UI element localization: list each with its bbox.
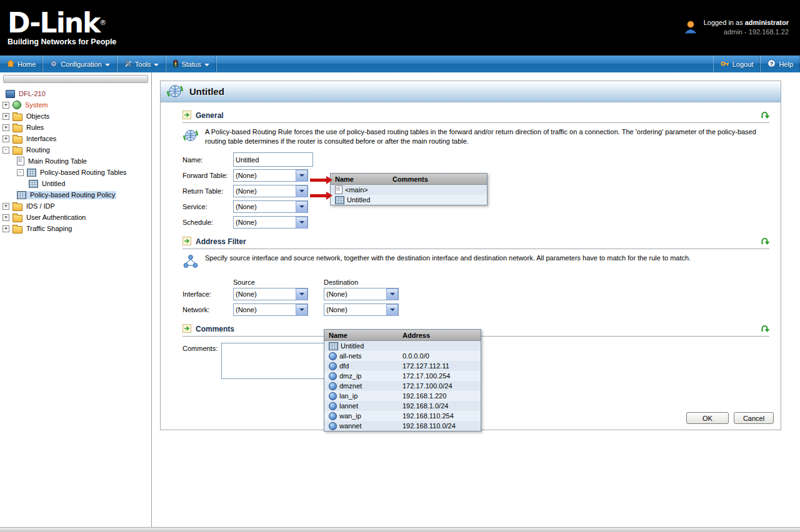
nav-right-group: Logout ? Help — [713, 56, 800, 72]
routing-table-icon — [17, 157, 24, 165]
sidebar-item-label: IDS / IDP — [25, 202, 56, 210]
sidebar-resize-handle[interactable] — [3, 75, 148, 83]
forward-table-select[interactable]: (None) — [233, 169, 308, 182]
row-name: dfd — [339, 362, 349, 370]
expand-plus-icon[interactable]: + — [2, 135, 9, 142]
network-object-icon — [329, 412, 337, 420]
expand-plus-icon[interactable]: + — [2, 102, 9, 109]
chevron-down-icon — [105, 64, 110, 66]
source-interface-dropdown[interactable]: (None) — [233, 288, 308, 300]
network-row-lan-ip[interactable]: lan_ip 192.168.1.220 — [324, 391, 481, 401]
interface-row: Interface: (None) (None) — [182, 288, 769, 300]
content-area: DFL-210 + System + Objects + Rules + Int… — [0, 72, 800, 532]
table-row-main[interactable]: <main> — [331, 185, 487, 195]
sidebar-item-main-routing-table[interactable]: Main Routing Table — [0, 155, 151, 167]
sidebar-item-label: Traffic Shaping — [25, 225, 73, 232]
dest-network-dropdown[interactable]: (None) — [324, 303, 399, 316]
network-row-lannet[interactable]: lannet 192.168.1.0/24 — [324, 401, 481, 411]
routing-table-dropdown-popup: Name Comments <main> Untitled — [330, 173, 488, 205]
sidebar-item-traffic-shaping[interactable]: + Traffic Shaping — [0, 223, 151, 234]
horizontal-scrollbar[interactable] — [0, 527, 800, 532]
expand-plus-icon[interactable]: + — [2, 113, 9, 120]
sidebar-item-label: Rules — [25, 124, 45, 131]
sidebar-item-routing[interactable]: - Routing — [0, 144, 151, 155]
network-row-untitled[interactable]: Untitled — [324, 341, 481, 351]
main-content: Untitled General — [152, 72, 800, 532]
nav-configuration[interactable]: Configuration — [43, 56, 117, 72]
comments-textarea[interactable] — [221, 343, 328, 379]
row-name: all-nets — [339, 352, 361, 360]
action-buttons: OK Cancel — [686, 412, 774, 424]
cancel-button[interactable]: Cancel — [734, 412, 774, 424]
routing-table-icon — [335, 196, 344, 204]
sidebar-item-rules[interactable]: + Rules — [0, 122, 151, 133]
login-detail: admin - 192.168.1.22 — [704, 27, 789, 37]
name-input[interactable] — [233, 152, 313, 167]
login-lines: Logged in as administrator admin - 192.1… — [704, 18, 789, 37]
sidebar-item-policy-routing-policy[interactable]: Policy-based Routing Policy — [0, 189, 151, 200]
network-row-all-nets[interactable]: all-nets 0.0.0.0/0 — [324, 351, 481, 361]
network-row-wan-ip[interactable]: wan_ip 192.168.110.254 — [324, 411, 481, 421]
expand-minus-icon[interactable]: - — [2, 147, 9, 154]
service-select[interactable]: (None) — [233, 200, 308, 213]
sidebar-item-policy-routing-tables[interactable]: - Policy-based Routing Tables — [0, 167, 151, 178]
registered-mark: ® — [99, 19, 105, 27]
main-table-icon — [335, 185, 342, 194]
service-dropdown[interactable]: (None) — [233, 200, 308, 213]
annotation-arrow-forward-table — [310, 179, 326, 182]
return-table-select[interactable]: (None) — [233, 185, 308, 197]
nav-home[interactable]: Home — [0, 56, 43, 72]
network-row-dmz-ip[interactable]: dmz_ip 172.17.100.254 — [324, 371, 481, 381]
undo-section-icon[interactable] — [760, 324, 769, 334]
sidebar-item-user-authentication[interactable]: + User Authentication — [0, 212, 151, 223]
nav-tools-label: Tools — [135, 61, 151, 68]
row-address: 172.17.100.0/24 — [402, 382, 481, 390]
sidebar-item-objects[interactable]: + Objects — [0, 111, 151, 122]
nav-status[interactable]: Status — [166, 56, 216, 72]
table-row-untitled[interactable]: Untitled — [331, 195, 487, 205]
policy-routing-icon — [182, 127, 199, 145]
expand-plus-icon[interactable]: + — [2, 124, 9, 131]
source-network-select[interactable]: (None) — [233, 303, 308, 316]
ok-button[interactable]: OK — [686, 412, 729, 424]
undo-section-icon[interactable] — [760, 111, 769, 121]
nav-help[interactable]: ? Help — [760, 56, 800, 72]
source-network-dropdown[interactable]: (None) — [233, 303, 308, 316]
undo-section-icon[interactable] — [760, 237, 769, 247]
row-name: lan_ip — [339, 392, 358, 400]
schedule-label: Schedule: — [182, 219, 233, 226]
sidebar-item-label: Interfaces — [25, 135, 58, 142]
main-nav: Home Configuration Tools Status Logout ?… — [0, 55, 800, 72]
dest-interface-dropdown[interactable]: (None) — [324, 288, 399, 300]
row-name: Untitled — [341, 342, 364, 350]
dest-network-select[interactable]: (None) — [324, 303, 399, 316]
return-table-dropdown[interactable]: (None) — [233, 185, 308, 197]
routing-table-icon — [29, 180, 38, 188]
network-row-dmznet[interactable]: dmznet 172.17.100.0/24 — [324, 381, 481, 391]
folder-icon — [12, 114, 22, 121]
network-object-icon — [329, 362, 337, 370]
sidebar-item-ids-idp[interactable]: + IDS / IDP — [0, 200, 151, 212]
network-object-icon — [329, 392, 337, 400]
network-row-dfd[interactable]: dfd 172.127.112.11 — [324, 361, 481, 371]
expand-plus-icon[interactable]: + — [2, 214, 9, 221]
row-name: Untitled — [347, 196, 370, 204]
dest-interface-select[interactable]: (None) — [324, 288, 399, 300]
source-interface-select[interactable]: (None) — [233, 288, 308, 300]
section-general: General A Policy-based Routing Rule forc… — [182, 111, 769, 229]
schedule-dropdown[interactable]: (None) — [233, 216, 308, 229]
expand-minus-icon[interactable]: - — [17, 169, 24, 176]
network-row-wannet[interactable]: wannet 192.168.110.0/24 — [324, 421, 481, 431]
nav-logout[interactable]: Logout — [713, 56, 761, 72]
sidebar-item-untitled-table[interactable]: Untitled — [0, 178, 151, 189]
sidebar-item-interfaces[interactable]: + Interfaces — [0, 133, 151, 144]
schedule-select[interactable]: (None) — [233, 216, 308, 229]
expand-plus-icon[interactable]: + — [2, 225, 9, 232]
expand-plus-icon[interactable]: + — [2, 203, 9, 210]
sidebar-item-system[interactable]: + System — [0, 99, 151, 111]
sidebar-item-dfl210[interactable]: DFL-210 — [0, 88, 151, 99]
forward-table-dropdown[interactable]: (None) — [233, 169, 308, 182]
nav-tools[interactable]: Tools — [118, 56, 167, 72]
name-column-header: Name — [324, 332, 402, 339]
svg-text:?: ? — [770, 61, 774, 67]
